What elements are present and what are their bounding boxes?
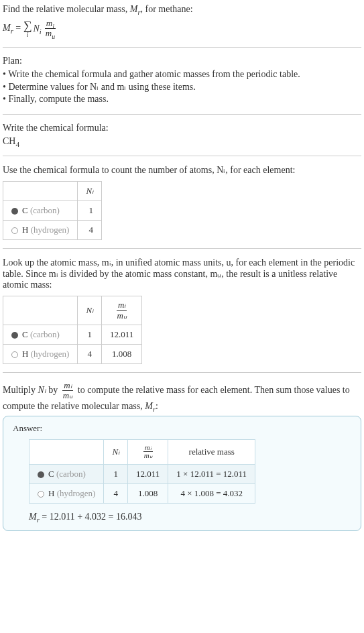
chem-formula: CH4: [3, 136, 361, 148]
mass-section: Look up the atomic mass, mᵢ, in unified …: [3, 257, 361, 373]
intro-pre: Find the relative molecular mass,: [3, 4, 130, 14]
answer-label: Answer:: [13, 423, 351, 434]
element-dot-icon: [11, 351, 18, 358]
col-rel: relative mass: [168, 439, 255, 464]
col-frac: mᵢ mᵤ: [102, 296, 142, 325]
element-dot-icon: [38, 471, 44, 478]
answer-panel: Answer: Nᵢ mᵢ mᵤ relative mass: [3, 416, 361, 531]
plan-item: Finally, compute the mass.: [3, 94, 361, 105]
element-dot-icon: [11, 332, 18, 339]
chemical-formula-section: Write the chemical formula: CH4: [3, 123, 361, 157]
final-text: Multiply Nᵢ by mᵢ mᵤ to compute the rela…: [3, 381, 361, 412]
intro-post: , for methane:: [141, 4, 193, 14]
plan-item: Determine values for Nᵢ and mᵢ using the…: [3, 81, 361, 93]
table-row: H (hydrogen) 4: [3, 221, 102, 240]
col-ni: Nᵢ: [104, 439, 128, 464]
count-section: Use the chemical formula to count the nu…: [3, 164, 361, 249]
final-section: Multiply Nᵢ by mᵢ mᵤ to compute the rela…: [3, 381, 361, 539]
col-ni: Nᵢ: [78, 296, 102, 325]
mass-title: Look up the atomic mass, mᵢ, in unified …: [3, 257, 361, 290]
table-row: H (hydrogen) 4 1.008: [3, 344, 142, 363]
col-ni: Nᵢ: [78, 182, 102, 201]
formula-block: Mr = ∑ i Ni mi mu: [3, 19, 361, 39]
element-dot-icon: [38, 491, 44, 498]
table-row: H (hydrogen) 4 1.008 4 × 1.008 = 4.032: [29, 483, 255, 503]
table-row: C (carbon) 1 12.011: [3, 325, 142, 344]
chem-title: Write the chemical formula:: [3, 123, 361, 133]
table-row: C (carbon) 1: [3, 201, 102, 221]
col-frac: mᵢ mᵤ: [128, 439, 168, 464]
plan-section: Plan: Write the chemical formula and gat…: [3, 56, 361, 115]
plan-title: Plan:: [3, 56, 361, 66]
intro-line: Find the relative molecular mass, Mr, fo…: [3, 4, 361, 15]
element-dot-icon: [11, 227, 18, 234]
element-dot-icon: [11, 208, 18, 215]
result-line: Mr = 12.011 + 4.032 = 16.043: [29, 512, 351, 522]
plan-item: Write the chemical formula and gather at…: [3, 69, 361, 80]
count-title: Use the chemical formula to count the nu…: [3, 164, 361, 176]
answer-table: Nᵢ mᵢ mᵤ relative mass C (carbon) 1: [29, 439, 255, 504]
intro-section: Find the relative molecular mass, Mr, fo…: [3, 4, 361, 48]
sum-icon: ∑ i: [23, 19, 32, 38]
table-row: C (carbon) 1 12.011 1 × 12.011 = 12.011: [29, 464, 255, 483]
mass-table: Nᵢ mᵢ mᵤ C (carbon) 1 12.011 H (hydrogen…: [3, 296, 142, 364]
count-table: Nᵢ C (carbon) 1 H (hydrogen) 4: [3, 181, 102, 240]
